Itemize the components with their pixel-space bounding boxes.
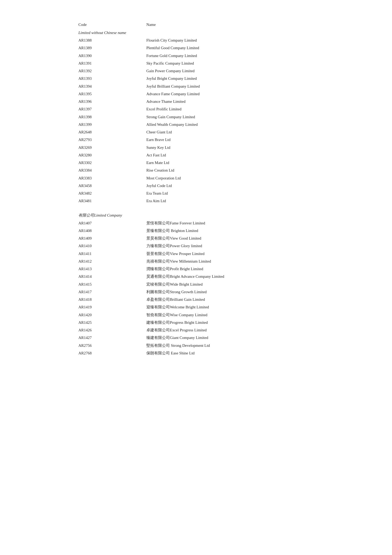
table-row: AR1411晉景有限公司View Prosper Limited (78, 250, 314, 258)
name-cell: Strong Gain Company Limited (146, 114, 314, 120)
name-cell: Act Fast Ltd (146, 152, 314, 158)
code-cell: AR2793 (78, 137, 146, 143)
code-cell: AR1411 (78, 251, 146, 257)
name-cell: 臻建有限公司Giant Company Limited (146, 335, 314, 341)
code-cell: AR1427 (78, 335, 146, 341)
table-row: AR2648Cheer Giant Ltd (78, 128, 314, 136)
name-cell: 智堯有限公司Wise Company Limited (146, 312, 314, 318)
table-row: AR1418卓盈有限公司Brilliant Gain Limited (78, 296, 314, 303)
code-cell: AR1393 (78, 76, 146, 82)
table-row: AR1414昊通有限公司Bright Advance Company Limit… (78, 273, 314, 280)
code-cell: AR3458 (78, 183, 146, 189)
name-cell: 景昊有限公司View Good Limited (146, 235, 314, 241)
table-row: AR3280Act Fast Ltd (78, 151, 314, 159)
code-cell: AR1397 (78, 106, 146, 112)
name-cell: Gain Power Company Limited (146, 68, 314, 74)
code-column-header: Code (78, 22, 146, 27)
code-cell: AR1412 (78, 258, 146, 264)
code-cell: AR2768 (78, 350, 146, 356)
name-cell: Earn Brave Ltd (146, 137, 314, 143)
code-cell: AR1389 (78, 45, 146, 51)
code-cell: AR1388 (78, 37, 146, 43)
name-cell: 晉景有限公司View Prosper Limited (146, 251, 314, 257)
name-cell: Rise Creation Ltd (146, 167, 314, 173)
name-column-header: Name (146, 22, 314, 27)
table-row: AR1392Gain Power Company Limited (78, 67, 314, 75)
table-row: AR3481Era Aim Ltd (78, 197, 314, 205)
table-row: AR1412兆禧有限公司View Millennium Limited (78, 258, 314, 265)
name-cell: Cheer Giant Ltd (146, 129, 314, 135)
name-cell: Earn Mate Ltd (146, 160, 314, 166)
name-cell: 建臻有限公司Progress Bright Limited (146, 320, 314, 326)
section-section-limited-company: 有限公司Limited CompanyAR1407景恆有限公司Fame Fore… (78, 211, 314, 357)
code-cell: AR1407 (78, 220, 146, 226)
section-section-no-chinese: Limited without Chinese nameAR1388Flouri… (78, 29, 314, 205)
code-cell: AR1394 (78, 83, 146, 89)
section-title-name-col (146, 31, 314, 35)
table-row: AR1391Sky Pacific Company Limited (78, 60, 314, 67)
code-cell: AR1420 (78, 312, 146, 318)
code-cell: AR2756 (78, 343, 146, 349)
name-cell: 保朗有限公司 Ease Shine Ltd (146, 350, 314, 356)
name-cell: Era Aim Ltd (146, 198, 314, 204)
code-cell: AR1409 (78, 235, 146, 241)
table-row: AR3269Sunny Key Ltd (78, 144, 314, 151)
section-gap (78, 205, 314, 211)
table-row: AR1389Plentiful Good Company Limited (78, 44, 314, 52)
name-cell: Joyful Code Ltd (146, 183, 314, 189)
table-row: AR3384Rise Creation Ltd (78, 167, 314, 174)
code-cell: AR1410 (78, 243, 146, 249)
name-cell: 景臻有限公司 Brighton Limited (146, 228, 314, 234)
name-cell: 昊通有限公司Bright Advance Company Limited (146, 274, 314, 280)
table-row: AR1390Fortune Gold Company Limited (78, 52, 314, 60)
name-cell: Most Corporation Ltd (146, 175, 314, 181)
code-cell: AR1392 (78, 68, 146, 74)
table-row: AR1410力臻有限公司Power Glory limited (78, 242, 314, 250)
code-cell: AR3384 (78, 167, 146, 173)
table-row: AR1388Flourish City Company Limited (78, 37, 314, 44)
table-row: AR1393Joyful Bright Company Limited (78, 75, 314, 82)
code-cell: AR3482 (78, 190, 146, 196)
name-cell: 利圖有限公司Strong Growth Limited (146, 289, 314, 295)
table-row: AR1396Advance Thame Limited (78, 98, 314, 105)
code-cell: AR1426 (78, 327, 146, 333)
main-table: Code Name Limited without Chinese nameAR… (78, 21, 314, 357)
table-row: AR1417利圖有限公司Strong Growth Limited (78, 288, 314, 296)
table-row: AR3482Era Team Ltd (78, 190, 314, 197)
name-cell: 力臻有限公司Power Glory limited (146, 243, 314, 249)
name-cell: 潤臻有限公司Profit Bright Limited (146, 266, 314, 272)
code-cell: AR1419 (78, 304, 146, 310)
table-row: AR2793Earn Brave Ltd (78, 136, 314, 144)
table-row: AR1425建臻有限公司Progress Bright Limited (78, 319, 314, 326)
table-row: AR3383Most Corporation Ltd (78, 174, 314, 182)
table-row: AR3302Earn Mate Ltd (78, 159, 314, 167)
code-cell: AR3280 (78, 152, 146, 158)
table-row: AR1426卓建有限公司Excel Progress Limited (78, 326, 314, 334)
table-row: AR1420智堯有限公司Wise Company Limited (78, 311, 314, 319)
table-row: AR1419迎臻有限公司Welcome Bright Limited (78, 303, 314, 311)
table-row: AR1395Advance Fame Company Limited (78, 90, 314, 98)
name-cell: 迎臻有限公司Welcome Bright Limited (146, 304, 314, 310)
section-title-name-col (146, 213, 314, 218)
code-cell: AR1396 (78, 99, 146, 105)
name-cell: Plentiful Good Company Limited (146, 45, 314, 51)
code-cell: AR3383 (78, 175, 146, 181)
code-cell: AR1399 (78, 122, 146, 128)
name-cell: 景恆有限公司Fame Forever Limited (146, 220, 314, 226)
table-row: AR1398Strong Gain Company Limited (78, 113, 314, 121)
section-title-section-no-chinese: Limited without Chinese name (78, 29, 314, 37)
section-title-section-limited-company: 有限公司Limited Company (78, 211, 314, 219)
code-cell: AR1391 (78, 60, 146, 66)
name-cell: Advance Fame Company Limited (146, 91, 314, 97)
name-cell: Flourish City Company Limited (146, 37, 314, 43)
table-row: AR1415宏竣有限公司Wide Bright Limited (78, 281, 314, 288)
name-cell: Advance Thame Limited (146, 99, 314, 105)
code-cell: AR1418 (78, 297, 146, 303)
name-cell: 宏竣有限公司Wide Bright Limited (146, 281, 314, 287)
name-cell: Era Team Ltd (146, 190, 314, 196)
code-cell: AR1408 (78, 228, 146, 234)
name-cell: Joyful Bright Company Limited (146, 76, 314, 82)
code-cell: AR3302 (78, 160, 146, 166)
code-cell: AR1414 (78, 274, 146, 280)
table-row: AR1397Excel Prolific Limited (78, 105, 314, 113)
